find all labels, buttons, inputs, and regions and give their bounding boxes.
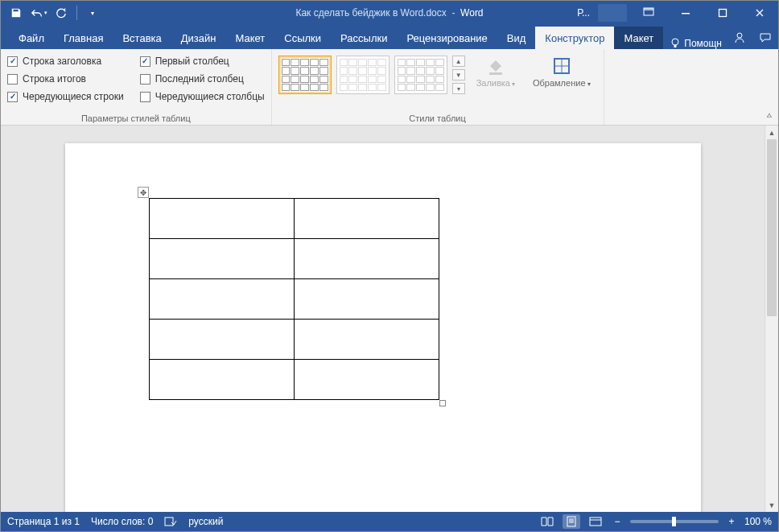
table-cell[interactable] xyxy=(149,279,294,320)
table-cell[interactable] xyxy=(149,320,294,360)
table-cell[interactable] xyxy=(294,320,439,360)
sign-in-area[interactable] xyxy=(598,4,627,22)
table-cell[interactable] xyxy=(294,199,439,239)
document-table[interactable] xyxy=(149,198,439,400)
web-layout-button[interactable] xyxy=(587,514,604,529)
tab-review[interactable]: Рецензирование xyxy=(397,27,497,49)
svg-rect-11 xyxy=(165,518,173,526)
table-cell[interactable] xyxy=(149,199,294,239)
table-wrapper: ✥ xyxy=(149,198,439,400)
table-row[interactable] xyxy=(149,199,439,239)
tab-table-layout[interactable]: Макет xyxy=(614,27,663,49)
tab-layout[interactable]: Макет xyxy=(225,27,274,49)
table-style-thumb[interactable] xyxy=(278,56,332,94)
checkbox-banded-columns[interactable]: Чередующиеся столбцы xyxy=(140,88,265,105)
table-move-handle[interactable]: ✥ xyxy=(138,187,149,198)
checkbox-first-column[interactable]: Первый столбец xyxy=(140,52,265,70)
table-cell[interactable] xyxy=(294,279,439,320)
checkbox-label: Чередующиеся столбцы xyxy=(155,91,265,102)
checkbox-label: Последний столбец xyxy=(155,73,244,85)
word-count[interactable]: Число слов: 0 xyxy=(91,516,153,527)
svg-rect-7 xyxy=(489,72,502,75)
zoom-out-button[interactable]: − xyxy=(611,516,624,527)
save-button[interactable] xyxy=(7,4,25,22)
page-indicator[interactable]: Страница 1 из 1 xyxy=(7,516,80,527)
tab-insert[interactable]: Вставка xyxy=(113,27,171,49)
table-cell[interactable] xyxy=(294,360,439,400)
comments-button[interactable] xyxy=(754,31,777,44)
scroll-track[interactable] xyxy=(765,139,778,498)
table-style-thumb[interactable] xyxy=(394,56,447,94)
table-row[interactable] xyxy=(149,320,439,360)
checkbox-label: Первый столбец xyxy=(155,56,229,67)
table-cell[interactable] xyxy=(149,360,294,400)
zoom-slider[interactable] xyxy=(630,520,719,523)
shading-label: Заливка xyxy=(476,78,510,88)
borders-button[interactable]: Обрамление xyxy=(526,52,597,91)
tab-view[interactable]: Вид xyxy=(497,27,536,49)
table-row[interactable] xyxy=(149,239,439,279)
tab-design[interactable]: Дизайн xyxy=(171,27,226,49)
checkbox-icon xyxy=(140,56,150,67)
svg-point-4 xyxy=(672,39,678,45)
tell-me-button[interactable]: Помощн xyxy=(663,38,728,49)
collapse-ribbon-button[interactable]: ㅿ xyxy=(765,110,773,122)
print-layout-button[interactable] xyxy=(563,514,580,529)
checkbox-icon xyxy=(140,74,150,85)
borders-label: Обрамление xyxy=(533,78,586,88)
language-indicator[interactable]: русский xyxy=(188,516,223,527)
spellcheck-button[interactable] xyxy=(164,516,177,527)
svg-rect-2 xyxy=(682,13,690,14)
dropdown-icon xyxy=(512,78,515,88)
ribbon-body: Строка заголовка Строка итогов Чередующи… xyxy=(1,49,778,126)
svg-point-6 xyxy=(737,33,742,38)
gallery-more-button[interactable]: ▾ xyxy=(452,83,465,94)
checkbox-header-row[interactable]: Строка заголовка xyxy=(7,52,124,70)
qat-customize-button[interactable]: ▾ xyxy=(84,4,101,22)
scroll-up-button[interactable]: ▲ xyxy=(765,126,778,139)
minimize-button[interactable] xyxy=(667,1,704,25)
gallery-scroll-up[interactable]: ▲ xyxy=(452,56,465,67)
svg-rect-12 xyxy=(567,517,575,526)
undo-button[interactable]: ▾ xyxy=(30,4,47,22)
zoom-slider-thumb[interactable] xyxy=(672,517,676,526)
gallery-scroll-down[interactable]: ▼ xyxy=(452,69,465,80)
group-label-options: Параметры стилей таблиц xyxy=(7,113,265,125)
document-area[interactable]: ✥ xyxy=(1,126,765,512)
table-row[interactable] xyxy=(149,279,439,320)
share-button[interactable] xyxy=(728,31,751,44)
shading-button[interactable]: Заливка xyxy=(470,52,521,91)
table-row[interactable] xyxy=(149,360,439,400)
svg-rect-3 xyxy=(719,10,727,17)
checkbox-icon xyxy=(7,92,18,102)
scroll-down-button[interactable]: ▼ xyxy=(765,498,778,512)
checkbox-total-row[interactable]: Строка итогов xyxy=(7,70,124,88)
document-page[interactable]: ✥ xyxy=(65,143,701,512)
checkbox-banded-rows[interactable]: Чередующиеся строки xyxy=(7,88,124,105)
table-cell[interactable] xyxy=(149,239,294,279)
scroll-thumb[interactable] xyxy=(767,139,777,316)
tab-references[interactable]: Ссылки xyxy=(274,27,331,49)
close-button[interactable] xyxy=(741,1,778,25)
ribbon-options-button[interactable] xyxy=(630,1,667,25)
read-mode-button[interactable] xyxy=(538,514,556,529)
title-bar: ▾ ▾ Как сделать бейджик в Word.docx - Wo… xyxy=(1,1,778,25)
svg-rect-5 xyxy=(674,45,677,47)
table-styles-group: ▲ ▼ ▾ Заливка Обрамление Стили таблиц xyxy=(272,49,604,125)
redo-button[interactable] xyxy=(52,4,70,22)
maximize-button[interactable] xyxy=(704,1,741,25)
tab-home[interactable]: Главная xyxy=(54,27,113,49)
qat-separator xyxy=(76,6,77,20)
tab-file[interactable]: Файл xyxy=(9,27,54,49)
tab-table-design[interactable]: Конструктор xyxy=(535,27,614,49)
checkbox-last-column[interactable]: Последний столбец xyxy=(140,70,265,88)
workspace: ✥ ▲ ▼ xyxy=(1,126,778,512)
table-style-thumb[interactable] xyxy=(336,56,390,94)
table-resize-handle[interactable] xyxy=(439,400,446,406)
table-cell[interactable] xyxy=(294,239,439,279)
zoom-in-button[interactable]: + xyxy=(725,516,738,527)
checkbox-icon xyxy=(7,74,18,85)
zoom-level[interactable]: 100 % xyxy=(744,516,772,527)
bucket-icon xyxy=(485,56,506,76)
tab-mailings[interactable]: Рассылки xyxy=(331,27,397,49)
